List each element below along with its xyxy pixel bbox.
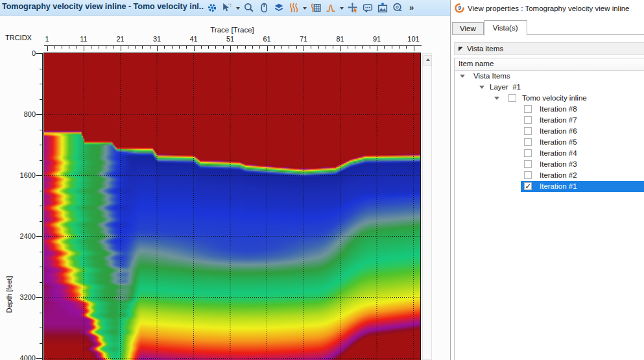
x-tick-label: 101	[407, 35, 419, 43]
x-tick-mark	[179, 46, 180, 49]
x-tick-mark	[157, 46, 158, 51]
x-tick-mark	[128, 46, 128, 49]
measure-icon[interactable]	[392, 2, 403, 14]
x-tick-mark	[333, 46, 333, 49]
y-tick-mark	[40, 206, 42, 206]
dropdown-caret-icon[interactable]	[236, 7, 240, 10]
checkbox-unchecked[interactable]	[508, 94, 516, 102]
tree-row-iteration-6[interactable]: Iteration #6	[455, 126, 644, 137]
vista-items-section-header[interactable]: Vista items	[454, 42, 644, 55]
x-tick-mark	[230, 46, 231, 51]
x-tick-mark	[113, 46, 113, 49]
select-mode-icon[interactable]	[221, 2, 233, 14]
x-tick-mark	[392, 46, 392, 49]
tree-item-label: Iteration #8	[540, 105, 577, 113]
checkbox-unchecked[interactable]	[524, 105, 532, 113]
tree-row-vista-items[interactable]: Vista Items	[455, 71, 644, 82]
x-tick-label: 91	[373, 35, 381, 43]
scrollbar-up-arrow-icon[interactable]	[423, 55, 432, 66]
view-titlebar: Tomography velocity view inline - Tomo v…	[0, 0, 450, 16]
annotation-icon[interactable]	[362, 2, 374, 14]
tree-item-label: Iteration #2	[540, 171, 577, 179]
tree-item-label: Iteration #6	[540, 127, 577, 135]
trace-table-icon[interactable]	[310, 2, 322, 14]
amplitude-curve-icon[interactable]	[325, 2, 337, 14]
y-tick-mark	[36, 358, 42, 359]
x-tick-mark	[370, 46, 370, 49]
mouse-mode-icon[interactable]	[258, 2, 270, 14]
tree-row-iteration-7[interactable]: Iteration #7	[455, 115, 644, 126]
tree-row-iteration-1[interactable]: ✓Iteration #1	[455, 181, 644, 192]
tree-row-iteration-5[interactable]: Iteration #5	[455, 137, 644, 148]
checkbox-unchecked[interactable]	[524, 138, 532, 146]
x-tick-mark	[289, 46, 289, 49]
checkbox-unchecked[interactable]	[524, 160, 532, 168]
velocity-plot[interactable]	[43, 53, 421, 360]
x-tick-mark	[142, 46, 143, 49]
x-axis-ruler	[44, 45, 422, 53]
tree-column-header[interactable]: Item name	[455, 58, 644, 71]
pan-pick-icon[interactable]	[347, 2, 359, 14]
x-tick-mark	[99, 46, 99, 49]
x-tick-label: 71	[300, 35, 307, 43]
checkbox-unchecked[interactable]	[524, 127, 532, 135]
tree-row-layer-1[interactable]: Layer #1	[455, 82, 644, 93]
tree-item-label: Iteration #5	[540, 138, 577, 146]
tree-row-iteration-2[interactable]: Iteration #2	[455, 170, 644, 181]
section-collapse-icon[interactable]	[459, 47, 463, 51]
section-title: Vista items	[467, 45, 503, 53]
x-tick-mark	[406, 46, 407, 49]
tab-vistas[interactable]: Vista(s)	[484, 20, 527, 36]
x-tick-mark	[106, 46, 106, 49]
settings-icon[interactable]	[206, 2, 218, 14]
x-tick-mark	[186, 46, 187, 49]
tree-row-iteration-8[interactable]: Iteration #8	[455, 104, 644, 115]
expander-icon[interactable]	[494, 97, 499, 100]
wiggle-display-icon[interactable]	[288, 2, 300, 14]
tree-row-iteration-4[interactable]: Iteration #4	[455, 148, 644, 159]
toolbar-overflow-button[interactable]: »	[409, 3, 413, 12]
x-tick-mark	[304, 46, 304, 51]
x-tick-mark	[281, 46, 282, 49]
y-tick-mark	[40, 145, 42, 145]
checkbox-unchecked[interactable]	[524, 149, 532, 157]
x-tick-label: 51	[226, 35, 234, 43]
y-tick-label: 2400	[8, 232, 36, 240]
tab-view[interactable]: View	[452, 22, 484, 35]
x-tick-mark	[414, 46, 414, 51]
tree-row-iteration-3[interactable]: Iteration #3	[455, 159, 644, 170]
y-axis-line	[42, 53, 43, 360]
y-tick-mark	[36, 175, 42, 176]
velocity-canvas[interactable]	[44, 53, 420, 360]
checkbox-unchecked[interactable]	[524, 116, 532, 124]
checkbox-checked[interactable]: ✓	[524, 182, 532, 190]
x-tick-mark	[54, 46, 55, 49]
x-tick-mark	[326, 46, 326, 49]
x-tick-label: 61	[263, 35, 270, 43]
x-tick-mark	[150, 46, 150, 49]
export-image-icon[interactable]	[377, 2, 388, 14]
y-tick-mark	[40, 221, 42, 222]
x-tick-mark	[201, 46, 202, 49]
dropdown-caret-icon[interactable]	[340, 7, 344, 10]
axis-corner-label: TRCIDX	[5, 34, 32, 42]
y-tick-mark	[40, 282, 42, 283]
expander-icon[interactable]	[479, 86, 484, 89]
x-tick-mark	[384, 46, 385, 49]
expander-icon[interactable]	[460, 75, 465, 78]
checkbox-unchecked[interactable]	[524, 171, 532, 179]
view-title: Tomography velocity view inline - Tomo v…	[2, 2, 204, 11]
y-tick-mark	[36, 53, 42, 54]
x-tick-mark	[215, 46, 216, 49]
dropdown-caret-icon[interactable]	[303, 7, 307, 10]
tree-item-label: Layer #1	[490, 83, 521, 91]
zoom-icon[interactable]	[243, 2, 255, 14]
x-tick-mark	[208, 46, 209, 49]
tree-item-label: Iteration #3	[540, 160, 577, 168]
tree-row-tomo-velocity-inline[interactable]: Tomo velocity inline	[455, 93, 644, 104]
layers-icon[interactable]	[273, 2, 285, 14]
app-logo-icon: 9	[455, 3, 464, 13]
x-tick-label: 1	[45, 35, 49, 43]
plot-vertical-scrollbar[interactable]	[422, 53, 432, 360]
x-tick-mark	[267, 46, 268, 51]
